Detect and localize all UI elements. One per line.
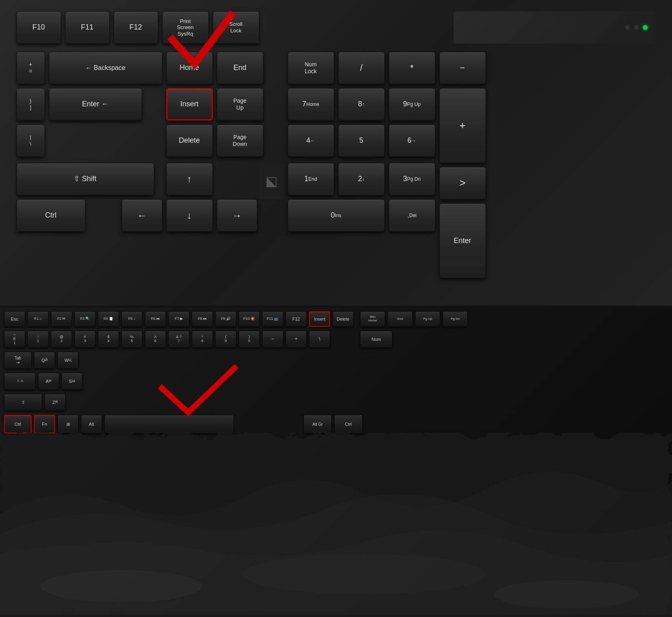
bkey-esc[interactable]: Esc bbox=[4, 311, 25, 327]
bkey-9[interactable]: (9 bbox=[215, 331, 236, 348]
bkey-5[interactable]: %5 bbox=[121, 331, 142, 348]
key-num0[interactable]: 0Ins bbox=[288, 199, 385, 232]
bkey-insert[interactable]: Insert bbox=[309, 311, 330, 327]
bkey-f1[interactable]: F1 ⌂ bbox=[28, 311, 49, 327]
bkey-f3[interactable]: F3 🔍 bbox=[74, 311, 95, 327]
bottom-keyboard: Esc F1 ⌂ F2 ✉ F3 🔍 F4 📋 F5 ♪ F6 ⏮ F7 ▶ F… bbox=[0, 307, 672, 615]
bkey-f5[interactable]: F5 ♪ bbox=[121, 311, 142, 327]
key-pageup[interactable]: PageUp bbox=[217, 88, 263, 120]
bkey-pgup[interactable]: Pg Up bbox=[415, 311, 440, 327]
bkey-s[interactable]: SЫ bbox=[61, 373, 83, 390]
key-insert[interactable]: Insert bbox=[166, 88, 213, 120]
bkey-tab[interactable]: Tab⇥ bbox=[4, 352, 32, 369]
key-enter[interactable]: Enter ← bbox=[49, 88, 142, 120]
bkey-0[interactable]: )0 bbox=[239, 331, 260, 348]
bkey-altgr[interactable]: Alt Gr bbox=[303, 415, 332, 433]
key-home[interactable]: Home bbox=[166, 52, 213, 84]
bkey-f10[interactable]: F10 🔇 bbox=[239, 311, 260, 327]
bkey-3[interactable]: #3 bbox=[74, 331, 95, 348]
key-numpad-slash[interactable]: / bbox=[338, 52, 385, 84]
led-2 bbox=[634, 25, 639, 30]
bkey-4[interactable]: $4 bbox=[98, 331, 119, 348]
key-num1[interactable]: 1End bbox=[288, 163, 334, 195]
bkey-plus[interactable]: + bbox=[286, 331, 307, 348]
top-keyboard-inner: F10 F11 F12 PrintScreenSysRq ScrollLock … bbox=[17, 11, 656, 294]
key-brace[interactable]: }] bbox=[17, 88, 45, 120]
bkey-7[interactable]: & ?7 bbox=[168, 331, 189, 348]
key-plus-eq[interactable]: += bbox=[17, 52, 45, 84]
bkey-6[interactable]: А6 bbox=[145, 331, 166, 348]
key-num8[interactable]: 8↑ bbox=[338, 88, 385, 120]
bkey-capslock[interactable]: ⇪ А bbox=[4, 373, 36, 390]
bkey-2[interactable]: @2 bbox=[51, 331, 72, 348]
key-numpad-star[interactable]: * bbox=[389, 52, 435, 84]
bkey-f11[interactable]: F11 📺 bbox=[262, 311, 283, 327]
key-delete[interactable]: Delete bbox=[166, 125, 213, 157]
key-num4[interactable]: 4← bbox=[288, 125, 334, 157]
key-arrow-left[interactable]: ← bbox=[122, 199, 162, 232]
key-num6[interactable]: 6→ bbox=[389, 125, 435, 157]
key-shift[interactable]: ⇧ Shift bbox=[17, 163, 154, 195]
led-indicator-area bbox=[454, 11, 656, 44]
top-keyboard: F10 F11 F12 PrintScreenSysRq ScrollLock … bbox=[0, 0, 672, 307]
key-f12[interactable]: F12 bbox=[114, 11, 158, 44]
bkey-8[interactable]: *8 bbox=[192, 331, 213, 348]
bkey-a[interactable]: АФ bbox=[38, 373, 59, 390]
bkey-1[interactable]: !1 bbox=[28, 331, 49, 348]
diagonal-symbol: ⬕ bbox=[259, 163, 284, 199]
bkey-lctrl[interactable]: Ctrl bbox=[4, 415, 32, 433]
led-1 bbox=[625, 25, 630, 30]
bkey-f8[interactable]: F8 ⏭ bbox=[192, 311, 213, 327]
key-arrow-down[interactable]: ↓ bbox=[166, 199, 213, 232]
key-end[interactable]: End bbox=[217, 52, 263, 84]
bkey-win-home[interactable]: WinHome bbox=[360, 311, 385, 327]
key-numpad-plus[interactable]: + bbox=[439, 88, 486, 163]
bkey-f6[interactable]: F6 ⏮ bbox=[145, 311, 166, 327]
bkey-end[interactable]: End bbox=[388, 311, 413, 327]
key-pipe[interactable]: |\ bbox=[17, 125, 45, 157]
key-arrow-up[interactable]: ↑ bbox=[166, 163, 213, 195]
bkey-tilde[interactable]: ~Ё1 bbox=[4, 331, 25, 348]
key-num5[interactable]: 5 bbox=[338, 125, 385, 157]
bkey-lshift[interactable]: ⇧ bbox=[4, 394, 42, 411]
key-f10[interactable]: F10 bbox=[17, 11, 61, 44]
bkey-f9[interactable]: F9 🔊 bbox=[215, 311, 236, 327]
key-arrow-right[interactable]: > bbox=[439, 167, 486, 199]
bkey-f2[interactable]: F2 ✉ bbox=[51, 311, 72, 327]
key-pagedown[interactable]: PageDown bbox=[217, 125, 263, 157]
led-3 bbox=[643, 25, 648, 30]
key-num3[interactable]: 3Pg Dn bbox=[389, 163, 435, 195]
bkey-q[interactable]: QЙ bbox=[34, 352, 55, 369]
bkey-w[interactable]: WЦ bbox=[57, 352, 78, 369]
key-ctrl[interactable]: Ctrl bbox=[17, 199, 85, 232]
key-printscreen[interactable]: PrintScreenSysRq bbox=[162, 11, 209, 44]
key-num2[interactable]: 2↓ bbox=[338, 163, 385, 195]
bkey-pgdn[interactable]: Pg Dn bbox=[443, 311, 468, 327]
bkey-z[interactable]: ZЯ bbox=[45, 394, 66, 411]
bkey-f4[interactable]: F4 📋 bbox=[98, 311, 119, 327]
bkey-num[interactable]: Num bbox=[360, 331, 392, 348]
key-num7[interactable]: 7Home bbox=[288, 88, 334, 120]
bottom-keys-container: Esc F1 ⌂ F2 ✉ F3 🔍 F4 📋 F5 ♪ F6 ⏮ F7 ▶ F… bbox=[0, 307, 672, 615]
key-numpad-dot[interactable]: .Del bbox=[389, 199, 435, 232]
key-numpad-minus[interactable]: − bbox=[439, 52, 486, 84]
key-backspace[interactable]: ← Backspace bbox=[49, 52, 162, 84]
bkey-fn[interactable]: Fn bbox=[34, 415, 55, 433]
key-num9[interactable]: 9Pg Up bbox=[389, 88, 435, 120]
key-scrolllock[interactable]: ScrollLock bbox=[213, 11, 259, 44]
bkey-backslash[interactable]: \ bbox=[309, 331, 330, 348]
bkey-f12[interactable]: F12 bbox=[286, 311, 307, 327]
bkey-win[interactable]: ⊞ bbox=[57, 415, 78, 433]
bkey-rctrl[interactable]: Ctrl bbox=[334, 415, 362, 433]
bkey-space[interactable] bbox=[104, 415, 234, 433]
key-numpad-enter[interactable]: Enter bbox=[439, 203, 486, 278]
key-arrow-right2[interactable]: → bbox=[217, 199, 257, 232]
key-numlock[interactable]: NumLock bbox=[288, 52, 334, 84]
bkey-minus[interactable]: − bbox=[262, 331, 283, 348]
bkey-delete[interactable]: Delete bbox=[333, 311, 354, 327]
bkey-alt[interactable]: Alt bbox=[81, 415, 102, 433]
key-f11[interactable]: F11 bbox=[65, 11, 110, 44]
bkey-f7[interactable]: F7 ▶ bbox=[168, 311, 189, 327]
